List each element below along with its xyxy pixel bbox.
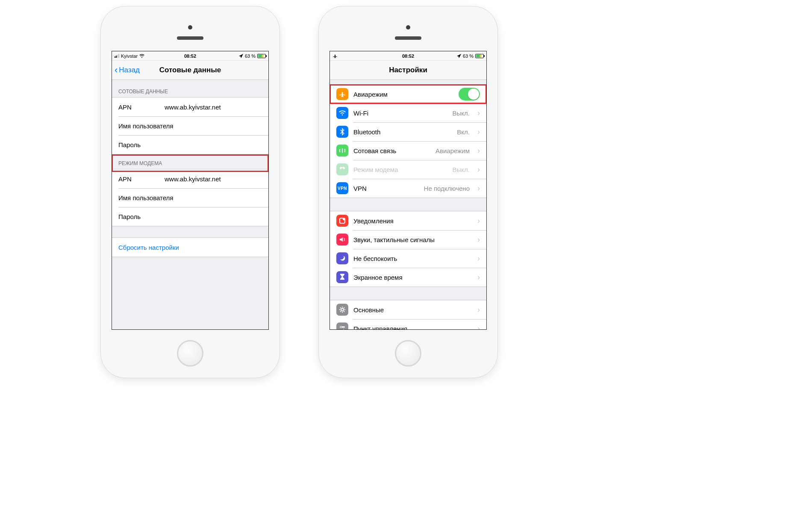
cellular-group: APN www.ab.kyivstar.net Имя пользователя… [112, 97, 268, 154]
chevron-right-icon: › [475, 305, 480, 314]
cellular-row[interactable]: Сотовая связь Авиарежим › [330, 141, 486, 160]
location-icon [457, 54, 461, 58]
svg-rect-4 [340, 329, 345, 330]
bluetooth-row[interactable]: Bluetooth Вкл. › [330, 122, 486, 141]
airplane-label: Авиарежим [353, 91, 453, 98]
control-center-row[interactable]: Пункт управления › [330, 319, 486, 330]
cellular-label: Сотовая связь [353, 147, 430, 154]
phone-speaker [177, 36, 203, 40]
username-row[interactable]: Имя пользователя [112, 116, 268, 135]
chevron-right-icon: › [475, 324, 480, 330]
chevron-right-icon: › [475, 146, 480, 155]
vpn-row[interactable]: VPN VPN Не подключено › [330, 179, 486, 198]
section-header-cellular: СОТОВЫЕ ДАННЫЕ [112, 80, 268, 97]
airplane-row[interactable]: Авиарежим [330, 85, 486, 104]
wifi-icon [336, 107, 348, 119]
screen-settings: 08:52 63 % ⚡ Настройки [330, 51, 487, 330]
apn-label: APN [118, 175, 159, 183]
chevron-left-icon: ‹ [115, 65, 118, 75]
home-button[interactable] [177, 340, 203, 367]
wifi-detail: Выкл. [453, 110, 470, 117]
status-bar: 08:52 63 % ⚡ [330, 51, 486, 61]
screentime-row[interactable]: Экранное время › [330, 268, 486, 287]
network-group: Авиарежим Wi-Fi Выкл. › Bluetooth [330, 84, 486, 198]
apn-value: www.ab.kyivstar.net [165, 175, 221, 183]
password-label: Пароль [118, 141, 141, 148]
notifications-row[interactable]: Уведомления › [330, 211, 486, 230]
vpn-label: VPN [353, 185, 419, 192]
cellular-icon [336, 145, 348, 157]
svg-point-6 [343, 329, 344, 330]
apn-label: APN [118, 104, 159, 111]
chevron-right-icon: › [475, 216, 480, 225]
bluetooth-detail: Вкл. [457, 128, 470, 136]
general-group: Основные › Пункт управления › [330, 300, 486, 330]
svg-point-1 [343, 218, 345, 220]
location-icon [239, 54, 243, 58]
phone-mock-left: Kyivstar 08:52 63 % ⚡ [100, 6, 280, 378]
control-center-icon [336, 323, 348, 330]
dnd-label: Не беспокоить [353, 255, 470, 262]
svg-point-2 [341, 308, 344, 311]
apn-value: www.ab.kyivstar.net [165, 104, 221, 111]
status-time: 08:52 [330, 53, 486, 59]
back-label: Назад [119, 66, 140, 74]
username-label: Имя пользователя [118, 194, 173, 201]
airplane-toggle[interactable] [459, 88, 480, 101]
bluetooth-label: Bluetooth [353, 128, 452, 136]
battery-icon: ⚡ [257, 54, 266, 58]
password-row-hotspot[interactable]: Пароль [112, 207, 268, 226]
hotspot-row: Режим модема Выкл. › [330, 160, 486, 179]
screentime-icon [336, 271, 348, 283]
dnd-row[interactable]: Не беспокоить › [330, 249, 486, 268]
password-row[interactable]: Пароль [112, 135, 268, 154]
apn-row[interactable]: APN www.ab.kyivstar.net [112, 98, 268, 116]
screentime-label: Экранное время [353, 274, 470, 281]
vpn-icon: VPN [336, 182, 348, 194]
battery-icon: ⚡ [475, 54, 484, 58]
dnd-icon [336, 252, 348, 264]
wifi-label: Wi-Fi [353, 110, 447, 117]
reset-group: Сбросить настройки [112, 237, 268, 257]
cellular-detail: Авиарежим [435, 147, 470, 154]
chevron-right-icon: › [475, 127, 480, 136]
reset-label: Сбросить настройки [118, 244, 179, 251]
sounds-icon [336, 234, 348, 246]
reset-settings-button[interactable]: Сбросить настройки [112, 238, 268, 257]
screen-cellular: Kyivstar 08:52 63 % ⚡ [112, 51, 269, 330]
general-label: Основные [353, 306, 470, 314]
nav-bar: ‹ Назад Сотовые данные [112, 61, 268, 80]
svg-point-5 [340, 326, 342, 328]
general-icon [336, 304, 348, 316]
status-bar: Kyivstar 08:52 63 % ⚡ [112, 51, 268, 61]
chevron-right-icon: › [475, 273, 480, 282]
control-center-label: Пункт управления [353, 325, 470, 330]
phone-camera [188, 25, 192, 30]
apn-row-hotspot[interactable]: APN www.ab.kyivstar.net [112, 169, 268, 188]
nav-bar: Настройки [330, 61, 486, 80]
chevron-right-icon: › [475, 254, 480, 263]
notifications-icon [336, 215, 348, 227]
username-label: Имя пользователя [118, 122, 173, 130]
home-button[interactable] [395, 340, 421, 367]
chevron-right-icon: › [475, 235, 480, 244]
wifi-row[interactable]: Wi-Fi Выкл. › [330, 104, 486, 122]
notifications-group: Уведомления › Звуки, тактильные сигналы … [330, 211, 486, 287]
phone-mock-right: 08:52 63 % ⚡ Настройки [318, 6, 498, 378]
hotspot-label: Режим модема [353, 166, 447, 173]
nav-title: Настройки [389, 66, 427, 74]
nav-title: Сотовые данные [159, 66, 221, 74]
hotspot-detail: Выкл. [453, 166, 470, 173]
sounds-row[interactable]: Звуки, тактильные сигналы › [330, 230, 486, 249]
chevron-right-icon: › [475, 109, 480, 118]
hotspot-group: APN www.ab.kyivstar.net Имя пользователя… [112, 169, 268, 226]
phone-speaker [395, 36, 421, 40]
sounds-label: Звуки, тактильные сигналы [353, 236, 470, 243]
general-row[interactable]: Основные › [330, 300, 486, 319]
phone-camera [406, 25, 410, 30]
back-button[interactable]: ‹ Назад [115, 61, 140, 80]
hotspot-icon [336, 163, 348, 175]
bluetooth-icon [336, 126, 348, 138]
username-row-hotspot[interactable]: Имя пользователя [112, 188, 268, 207]
status-time: 08:52 [112, 53, 268, 59]
